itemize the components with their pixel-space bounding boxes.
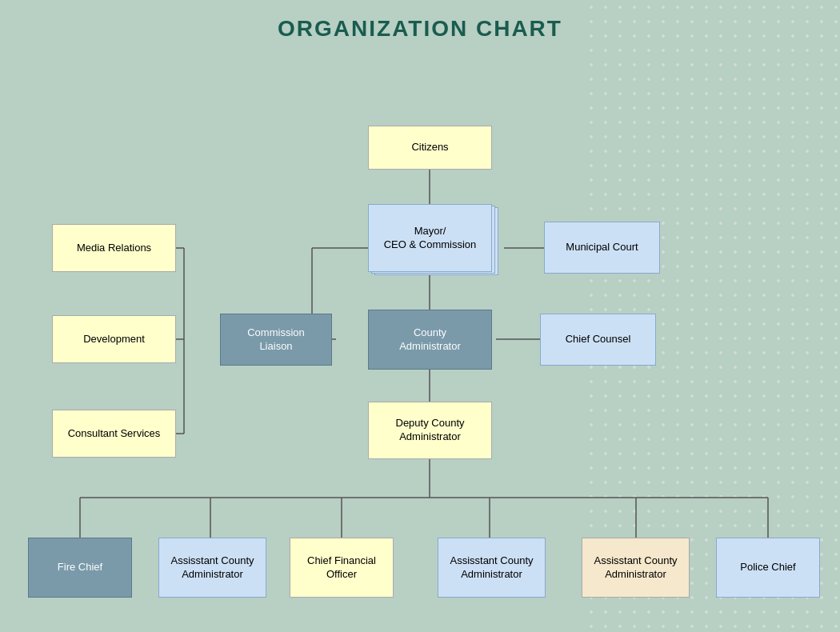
- media-relations-box: Media Relations: [52, 224, 176, 272]
- cfo-box: Chief Financial Officer: [290, 538, 394, 598]
- police-chief-box: Police Chief: [716, 538, 820, 598]
- asst-admin-3-box: Assisstant County Administrator: [582, 538, 690, 598]
- asst-admin-1-box: Assisstant County Administrator: [158, 538, 266, 598]
- citizens-box: Citizens: [368, 126, 492, 170]
- development-box: Development: [52, 315, 176, 363]
- consultant-services-box: Consultant Services: [52, 410, 176, 458]
- page-title: ORGANIZATION CHART: [0, 0, 840, 50]
- deputy-county-admin-box: Deputy County Administrator: [368, 402, 492, 459]
- mayor-box: Mayor/ CEO & Commission: [368, 204, 492, 272]
- municipal-court-box: Municipal Court: [544, 222, 660, 274]
- commission-liaison-box: Commission Liaison: [220, 314, 332, 366]
- chief-counsel-box: Chief Counsel: [540, 314, 656, 366]
- asst-admin-2-box: Assisstant County Administrator: [438, 538, 546, 598]
- fire-chief-box: Fire Chief: [28, 538, 132, 598]
- county-admin-box: County Administrator: [368, 310, 492, 370]
